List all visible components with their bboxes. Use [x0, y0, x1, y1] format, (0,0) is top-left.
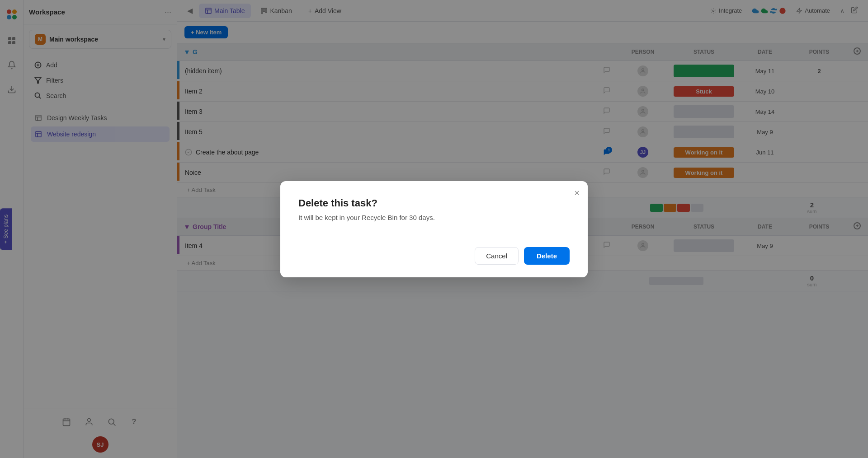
delete-button[interactable]: Delete	[524, 247, 570, 265]
cancel-button[interactable]: Cancel	[475, 247, 519, 265]
modal-overlay[interactable]: × Delete this task? It will be kept in y…	[0, 0, 868, 458]
delete-task-modal: × Delete this task? It will be kept in y…	[280, 181, 588, 277]
modal-divider	[280, 236, 588, 236]
modal-subtitle: It will be kept in your Recycle Bin for …	[298, 214, 570, 221]
modal-title: Delete this task?	[298, 197, 570, 209]
modal-close-button[interactable]: ×	[574, 188, 580, 197]
modal-actions: Cancel Delete	[298, 247, 570, 265]
